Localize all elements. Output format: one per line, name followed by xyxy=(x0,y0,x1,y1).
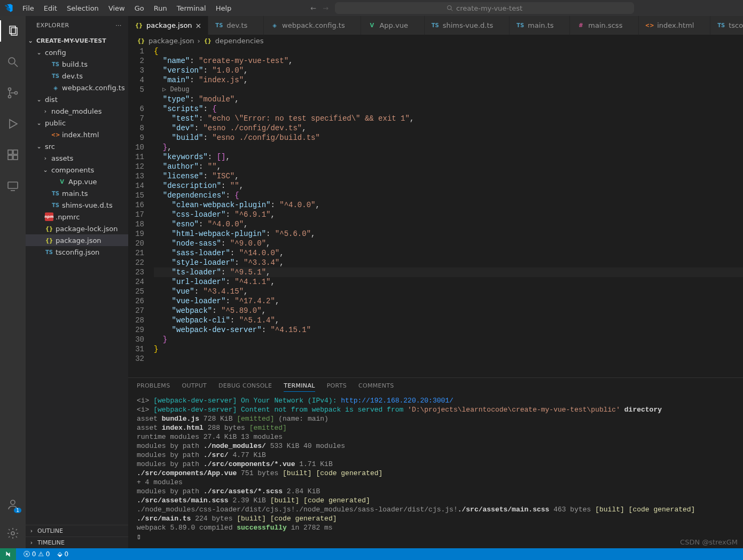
sidebar-more-icon[interactable]: ⋯ xyxy=(116,22,122,29)
panel-tab-comments[interactable]: COMMENTS xyxy=(358,382,394,392)
menu-go[interactable]: Go xyxy=(130,2,148,14)
menu-file[interactable]: File xyxy=(18,2,38,14)
typescript-icon: TS xyxy=(51,201,60,209)
tree-item-shims-vue.d.ts[interactable]: TSshims-vue.d.ts xyxy=(26,199,128,211)
tab-main.scss[interactable]: #main.scss× xyxy=(570,16,639,35)
tree-item-src[interactable]: ⌄src xyxy=(26,140,128,152)
webpack-icon: ◈ xyxy=(270,21,279,30)
menu-selection[interactable]: Selection xyxy=(62,2,103,14)
search-text: create-my-vue-test xyxy=(456,4,522,12)
chevron-right-icon: › xyxy=(28,539,35,546)
tree-item-dist[interactable]: ⌄dist xyxy=(26,93,128,105)
tree-item-main.ts[interactable]: TSmain.ts xyxy=(26,187,128,199)
panel-tab-output[interactable]: OUTPUT xyxy=(182,382,207,392)
activity-explorer[interactable] xyxy=(0,20,26,42)
menu-edit[interactable]: Edit xyxy=(40,2,61,14)
tsconfig-icon: TS xyxy=(45,248,53,256)
panel-tab-terminal[interactable]: TERMINAL xyxy=(284,382,315,392)
menu-view[interactable]: View xyxy=(104,2,129,14)
chevron-down-icon: ⌄ xyxy=(35,120,43,127)
breadcrumb[interactable]: {}package.json›{}dependencies xyxy=(128,35,743,46)
activity-search[interactable] xyxy=(0,51,26,73)
activity-account[interactable]: 1 xyxy=(0,494,26,515)
tree-item-node_modules[interactable]: ›node_modules xyxy=(26,105,128,117)
menu-run[interactable]: Run xyxy=(150,2,171,14)
close-icon[interactable]: × xyxy=(195,21,202,30)
nav-back-icon[interactable]: ← xyxy=(310,4,316,12)
command-center[interactable]: create-my-vue-test xyxy=(335,2,634,14)
chevron-right-icon: › xyxy=(42,108,49,115)
explorer-tree: ⌄ CREATE-MY-VUE-TEST ⌄configTSbuild.tsTS… xyxy=(26,35,128,525)
tree-label: webpack.config.ts xyxy=(62,84,125,92)
tree-label: dist xyxy=(45,96,58,104)
tab-tsconfig.jso[interactable]: TStsconfig.jso× xyxy=(710,16,743,35)
project-name: CREATE-MY-VUE-TEST xyxy=(36,37,106,44)
tab-shims-vue.d.ts[interactable]: TSshims-vue.d.ts× xyxy=(425,16,510,35)
sidebar-header: EXPLORER ⋯ xyxy=(26,16,128,35)
tree-item-config[interactable]: ⌄config xyxy=(26,46,128,58)
timeline-section[interactable]: ›TIMELINE xyxy=(26,537,128,548)
bottom-panel: PROBLEMSOUTPUTDEBUG CONSOLETERMINALPORTS… xyxy=(128,377,743,548)
panel-tab-ports[interactable]: PORTS xyxy=(327,382,347,392)
status-ports[interactable]: ⬙ 0 xyxy=(58,550,69,558)
activity-source-control[interactable] xyxy=(0,82,26,104)
json-icon: {} xyxy=(204,36,212,45)
tree-label: shims-vue.d.ts xyxy=(62,201,113,209)
tree-item-package-lock.json[interactable]: {}package-lock.json xyxy=(26,223,128,234)
panel-tab-problems[interactable]: PROBLEMS xyxy=(137,382,170,392)
menu-help[interactable]: Help xyxy=(212,2,236,14)
nav-forward-icon[interactable]: → xyxy=(323,4,329,12)
status-errors[interactable]: ⓧ 0 ⚠ 0 xyxy=(24,550,50,559)
activity-remote[interactable] xyxy=(0,175,26,196)
activity-run-debug[interactable] xyxy=(0,113,26,135)
vue-icon: V xyxy=(58,177,66,186)
json-icon: {} xyxy=(137,36,145,45)
tree-item-public[interactable]: ⌄public xyxy=(26,117,128,129)
remote-indicator[interactable] xyxy=(0,548,16,560)
vscode-icon xyxy=(2,2,15,14)
tree-item-assets[interactable]: ›assets xyxy=(26,152,128,164)
tree-item-dev.ts[interactable]: TSdev.ts xyxy=(26,70,128,82)
chevron-down-icon: ⌄ xyxy=(42,167,49,173)
menu-terminal[interactable]: Terminal xyxy=(173,2,210,14)
tree-item-components[interactable]: ⌄components xyxy=(26,164,128,176)
tree-item-webpack.config.ts[interactable]: ◈webpack.config.ts xyxy=(26,82,128,93)
tab-App.vue[interactable]: VApp.vue× xyxy=(361,16,424,35)
json-icon: {} xyxy=(135,21,143,30)
project-header[interactable]: ⌄ CREATE-MY-VUE-TEST xyxy=(26,35,128,46)
tab-label: dev.ts xyxy=(226,21,247,29)
tree-label: components xyxy=(51,166,94,174)
panel-tabs: PROBLEMSOUTPUTDEBUG CONSOLETERMINALPORTS… xyxy=(128,378,743,394)
typescript-icon: TS xyxy=(516,21,525,30)
terminal-output[interactable]: <i> [webpack-dev-server] On Your Network… xyxy=(128,394,743,548)
tree-item-.npmrc[interactable]: npm.npmrc xyxy=(26,211,128,223)
tab-package.json[interactable]: {}package.json× xyxy=(128,16,208,35)
webpack-icon: ◈ xyxy=(51,83,60,92)
tree-label: build.ts xyxy=(62,60,88,68)
activity-settings[interactable] xyxy=(0,523,26,544)
tab-index.html[interactable]: <>index.html× xyxy=(639,16,710,35)
code-content[interactable]: { "name": "create-my-vue-test", "version… xyxy=(154,46,743,377)
tab-label: shims-vue.d.ts xyxy=(443,21,494,29)
tree-item-tsconfig.json[interactable]: TStsconfig.json xyxy=(26,246,128,258)
outline-section[interactable]: ›OUTLINE xyxy=(26,525,128,537)
tab-dev.ts[interactable]: TSdev.ts× xyxy=(208,16,264,35)
svg-point-7 xyxy=(9,96,11,98)
tab-label: main.ts xyxy=(528,21,553,29)
gutter: 12345 6789101112131415161718192021222324… xyxy=(128,46,154,377)
codelens-debug[interactable]: ▷ Debug xyxy=(154,85,743,94)
tree-item-build.ts[interactable]: TSbuild.ts xyxy=(26,58,128,70)
tab-webpack.config.ts[interactable]: ◈webpack.config.ts× xyxy=(264,16,361,35)
activity-bar: 1 xyxy=(0,16,26,548)
watermark: CSDN @strexGM xyxy=(680,538,738,546)
tree-item-App.vue[interactable]: VApp.vue xyxy=(26,176,128,187)
tree-item-index.html[interactable]: <>index.html xyxy=(26,129,128,140)
nav-arrows: ← → xyxy=(304,4,335,12)
typescript-icon: TS xyxy=(51,60,60,68)
panel-tab-debug-console[interactable]: DEBUG CONSOLE xyxy=(218,382,272,392)
tab-label: index.html xyxy=(657,21,694,29)
code-editor[interactable]: 12345 6789101112131415161718192021222324… xyxy=(128,46,743,377)
tab-main.ts[interactable]: TSmain.ts× xyxy=(510,16,570,35)
activity-extensions[interactable] xyxy=(0,144,26,165)
tree-item-package.json[interactable]: {}package.json xyxy=(26,234,128,246)
